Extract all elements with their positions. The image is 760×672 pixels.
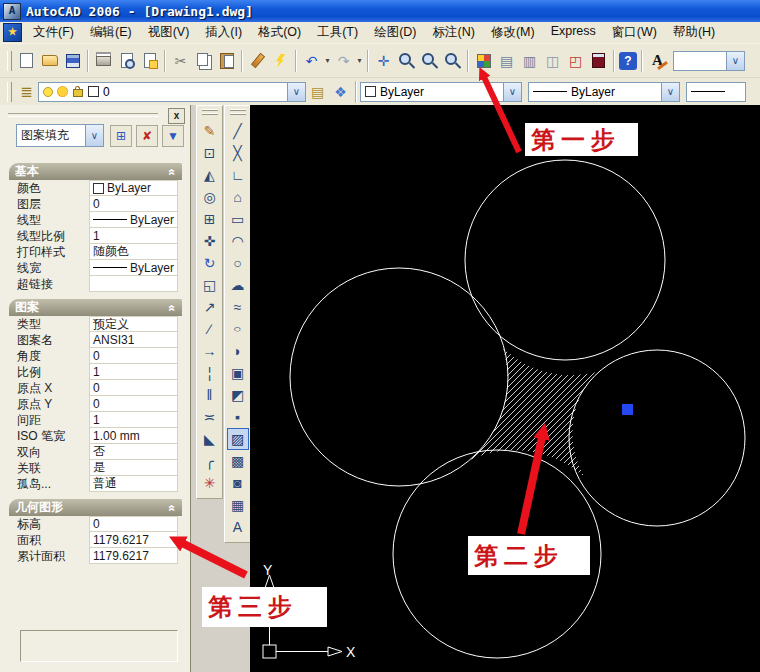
redo-button[interactable]: ↷ (333, 50, 354, 71)
menu-express[interactable]: Express (543, 22, 604, 43)
layer-freeze-icon[interactable] (57, 86, 68, 97)
layer-manager-button[interactable]: ≣ (16, 81, 37, 102)
copy-button[interactable] (193, 50, 214, 71)
property-value[interactable]: 1179.6217 (89, 548, 178, 564)
chevron-down-icon[interactable]: ∨ (726, 52, 744, 70)
grip-point[interactable] (622, 404, 633, 415)
quick-select-button[interactable]: ⊞ (110, 125, 132, 147)
linetype-control-combo[interactable]: ByLayer ∨ (528, 82, 680, 102)
toolbar-grip[interactable] (7, 51, 12, 71)
modify-stretch-button[interactable]: ↗ (199, 296, 221, 318)
property-value[interactable]: 1 (89, 228, 178, 244)
property-value[interactable]: 0 (89, 196, 178, 212)
modify-break-at-point-button[interactable]: ¦ (199, 362, 221, 384)
redo-dropdown-arrow[interactable]: ▾ (355, 56, 364, 65)
menu-draw[interactable]: 绘图(D) (366, 22, 424, 43)
draw-polygon-button[interactable]: ⌂ (227, 186, 249, 208)
draw-hatch-button[interactable]: ▨ (227, 428, 249, 450)
modify-offset-button[interactable]: ◎ (199, 186, 221, 208)
quickcalc-button[interactable] (588, 50, 609, 71)
draw-insert-block-button[interactable]: ▣ (227, 362, 249, 384)
property-value[interactable]: 否 (89, 444, 178, 460)
property-value[interactable]: 随颜色 (89, 244, 178, 260)
property-value[interactable]: 1179.6217 (89, 532, 178, 548)
draw-polyline-button[interactable]: ∟ (227, 164, 249, 186)
draw-text-button[interactable]: A (227, 516, 249, 538)
match-properties-button[interactable] (247, 50, 268, 71)
menu-tools[interactable]: 工具(T) (309, 22, 366, 43)
palette-close-button[interactable]: x (168, 108, 185, 124)
modify-copy-object-button[interactable]: ⊡ (199, 142, 221, 164)
dwg-file-icon[interactable]: ★ (3, 23, 22, 42)
zoom-previous-button[interactable] (442, 50, 463, 71)
draw-table-button[interactable]: ▦ (227, 494, 249, 516)
draw-rectangle-button[interactable]: ▭ (227, 208, 249, 230)
toolbar-grip[interactable] (7, 82, 12, 102)
menu-help[interactable]: 帮助(H) (665, 22, 723, 43)
property-value[interactable]: 1 (89, 364, 178, 380)
collapse-chevron-icon[interactable]: « (168, 304, 178, 311)
property-value[interactable]: 1 (89, 412, 178, 428)
modify-fillet-button[interactable]: ╭ (199, 450, 221, 472)
chevron-down-icon[interactable]: ∨ (503, 83, 521, 101)
draw-region-button[interactable]: ◙ (227, 472, 249, 494)
paste-button[interactable] (216, 50, 237, 71)
tool-palettes-button[interactable]: ▥ (519, 50, 540, 71)
color-control-combo[interactable]: ByLayer ∨ (360, 82, 522, 102)
lineweight-control-combo[interactable] (686, 82, 746, 102)
block-editor-button[interactable] (270, 50, 291, 71)
section-header-2[interactable]: 几何图形« (9, 499, 182, 516)
draw-ellipse-arc-button[interactable]: ◗ (227, 340, 249, 362)
modify-join-button[interactable]: ≍ (199, 406, 221, 428)
draw-make-block-button[interactable]: ◩ (227, 384, 249, 406)
modify-explode-button[interactable]: ✳ (199, 472, 221, 494)
select-objects-button[interactable]: ✘ (136, 125, 158, 147)
menu-format[interactable]: 格式(O) (250, 22, 309, 43)
undo-button[interactable]: ↶ (301, 50, 322, 71)
modify-move-button[interactable]: ✜ (199, 230, 221, 252)
toolbar-grip[interactable] (230, 109, 246, 117)
make-object-layer-current-button[interactable]: ▤ (307, 81, 328, 102)
draw-spline-button[interactable]: ≈ (227, 296, 249, 318)
menu-window[interactable]: 窗口(W) (604, 22, 665, 43)
modify-mirror-button[interactable]: ◭ (199, 164, 221, 186)
menu-edit[interactable]: 编辑(E) (82, 22, 140, 43)
draw-line-button[interactable]: ╱ (227, 120, 249, 142)
palette-grab-bar[interactable] (8, 113, 158, 117)
modify-break-button[interactable]: ‖ (199, 384, 221, 406)
collapse-chevron-icon[interactable]: « (168, 504, 178, 511)
zoom-realtime-button[interactable] (396, 50, 417, 71)
text-style-button[interactable]: A (647, 50, 668, 71)
plot-button[interactable] (93, 50, 114, 71)
property-value[interactable]: ANSI31 (89, 332, 178, 348)
layer-lock-icon[interactable] (73, 89, 83, 97)
draw-circle-button[interactable]: ○ (227, 252, 249, 274)
collapse-chevron-icon[interactable]: « (168, 168, 178, 175)
sheet-set-manager-button[interactable]: ◫ (542, 50, 563, 71)
property-value[interactable]: 是 (89, 460, 178, 476)
layer-combo[interactable]: 0 ∨ (38, 82, 306, 102)
cut-button[interactable]: ✂ (170, 50, 191, 71)
property-value[interactable]: 预定义 (89, 316, 178, 332)
property-value[interactable]: ByLayer (89, 260, 178, 276)
property-value[interactable]: ByLayer (89, 180, 178, 196)
property-value[interactable]: 0 (89, 348, 178, 364)
undo-dropdown-arrow[interactable]: ▾ (323, 56, 332, 65)
toolbar-grip[interactable] (202, 109, 218, 117)
modify-chamfer-button[interactable]: ◣ (199, 428, 221, 450)
menu-dimension[interactable]: 标注(N) (425, 22, 483, 43)
draw-gradient-button[interactable]: ▩ (227, 450, 249, 472)
property-value[interactable] (89, 276, 178, 292)
open-file-button[interactable] (39, 50, 60, 71)
draw-revision-cloud-button[interactable]: ☁ (227, 274, 249, 296)
chevron-down-icon[interactable]: ∨ (85, 125, 103, 146)
zoom-window-button[interactable] (419, 50, 440, 71)
section-header-0[interactable]: 基本« (9, 163, 182, 180)
toggle-pickadd-button[interactable]: ▼ (162, 125, 184, 147)
modify-array-button[interactable]: ⊞ (199, 208, 221, 230)
layer-on-icon[interactable] (43, 87, 53, 97)
object-type-selector[interactable]: 图案填充 ∨ (16, 124, 104, 147)
modify-rotate-button[interactable]: ↻ (199, 252, 221, 274)
draw-construction-line-button[interactable]: ╳ (227, 142, 249, 164)
property-value[interactable]: 1.00 mm (89, 428, 178, 444)
